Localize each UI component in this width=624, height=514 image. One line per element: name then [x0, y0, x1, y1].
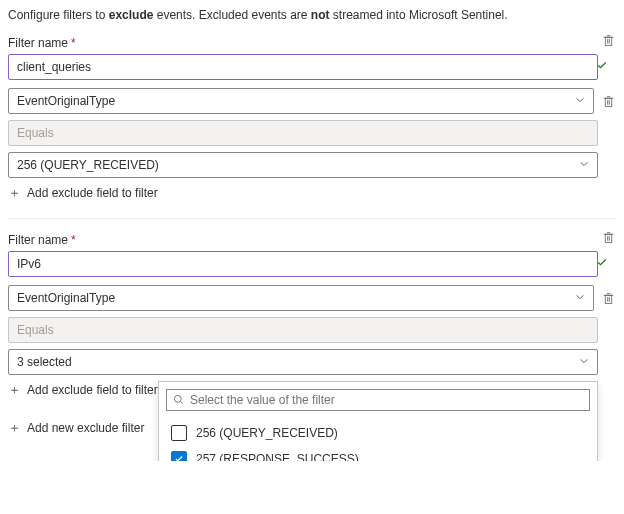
operator-select: Equals [8, 120, 598, 146]
delete-filter-icon[interactable] [600, 34, 616, 47]
valid-check-icon [596, 257, 608, 272]
option-label: 256 (QUERY_RECEIVED) [196, 426, 338, 440]
delete-field-icon[interactable] [600, 292, 616, 305]
dropdown-search-input[interactable] [184, 393, 583, 407]
option-label: 257 (RESPONSE_SUCCESS) [196, 452, 359, 461]
description-text: Configure filters to exclude events. Exc… [8, 8, 616, 22]
plus-icon: ＋ [8, 381, 21, 399]
chevron-down-icon [579, 159, 589, 171]
filter-block-1: Filter name* EventOriginalType Equals 2 [8, 36, 616, 202]
filter-name-label: Filter name* [8, 36, 76, 50]
dropdown-option[interactable]: 256 (QUERY_RECEIVED) [159, 420, 597, 446]
filter-name-label: Filter name* [8, 233, 76, 247]
chevron-down-icon [575, 95, 585, 107]
field-select[interactable]: EventOriginalType [8, 88, 594, 114]
add-exclude-field-button[interactable]: ＋ Add exclude field to filter [8, 184, 616, 202]
divider [8, 218, 616, 219]
filter-block-2: Filter name* EventOriginalType Equals 3 [8, 233, 616, 437]
svg-rect-3 [605, 295, 612, 303]
svg-rect-2 [605, 234, 612, 242]
field-select[interactable]: EventOriginalType [8, 285, 594, 311]
dropdown-option[interactable]: 257 (RESPONSE_SUCCESS) [159, 446, 597, 461]
delete-field-icon[interactable] [600, 95, 616, 108]
checkbox-icon [171, 425, 187, 441]
plus-icon: ＋ [8, 184, 21, 202]
dropdown-search[interactable] [166, 389, 590, 411]
plus-icon: ＋ [8, 419, 21, 437]
delete-filter-icon[interactable] [600, 231, 616, 244]
value-select[interactable]: 256 (QUERY_RECEIVED) [8, 152, 598, 178]
search-icon [173, 394, 184, 407]
chevron-down-icon [575, 292, 585, 304]
value-multiselect[interactable]: 3 selected [8, 349, 598, 375]
checkbox-icon [171, 451, 187, 461]
filter-name-input[interactable] [8, 251, 598, 277]
svg-rect-0 [605, 37, 612, 45]
svg-point-4 [174, 395, 181, 402]
value-dropdown-panel: 256 (QUERY_RECEIVED)257 (RESPONSE_SUCCES… [158, 381, 598, 461]
valid-check-icon [596, 60, 608, 75]
chevron-down-icon [579, 356, 589, 368]
dropdown-option-list: 256 (QUERY_RECEIVED)257 (RESPONSE_SUCCES… [159, 418, 597, 461]
svg-rect-1 [605, 98, 612, 106]
filter-name-input[interactable] [8, 54, 598, 80]
operator-select: Equals [8, 317, 598, 343]
